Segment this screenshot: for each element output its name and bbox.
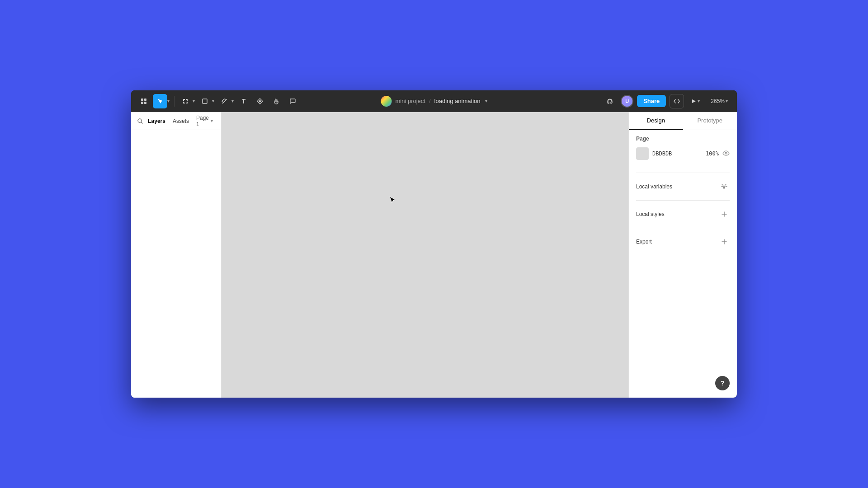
page-color-opacity[interactable]: 100% [706,150,719,157]
right-panel-content: Page DBDBDB 100% [629,130,737,257]
headphone-button[interactable] [603,94,617,108]
project-avatar [381,96,392,107]
tab-assets[interactable]: Assets [170,117,192,126]
zoom-level: 265% [711,98,725,104]
variables-icon [721,183,728,190]
select-dropdown-arrow[interactable]: ▾ [167,99,170,103]
play-icon [691,99,697,104]
export-add-button[interactable] [719,236,730,247]
hand-icon [273,98,279,104]
export-plus-icon [722,239,727,244]
toolbar-right: U Share ▾ 265% ▾ [603,94,731,108]
help-button[interactable]: ? [715,376,730,390]
local-variables-row: Local variables [636,177,730,197]
shape-dropdown-arrow[interactable]: ▾ [212,99,214,103]
right-panel: Design Prototype Page DBDBDB 100% [628,112,737,398]
project-separator: / [429,98,431,104]
left-panel: Layers Assets Page 1 ▾ [131,112,222,398]
svg-rect-11 [187,102,188,103]
page-color-row: DBDBDB 100% [636,145,730,162]
play-dropdown[interactable]: ▾ [698,99,700,103]
svg-point-14 [725,152,727,154]
layers-content [131,130,221,398]
page-section: Page DBDBDB 100% [636,136,730,162]
plus-icon [722,211,727,217]
svg-rect-1 [144,99,146,101]
frame-icon [182,98,189,104]
page-color-swatch[interactable] [636,147,649,160]
divider-2 [636,200,730,201]
frame-dropdown-arrow[interactable]: ▾ [193,99,195,103]
local-styles-add-button[interactable] [719,209,730,220]
local-styles-label: Local styles [636,211,665,217]
local-variables-action[interactable] [719,181,730,192]
tab-design[interactable]: Design [629,112,683,130]
app-window: ▾ ▾ [131,90,737,398]
svg-rect-10 [183,102,184,103]
text-icon: T [242,98,246,105]
zoom-button[interactable]: 265% ▾ [707,96,731,106]
pen-tool-button[interactable] [217,94,231,108]
code-button[interactable] [670,94,684,108]
canvas-cursor [389,196,396,206]
tab-layers[interactable]: Layers [145,117,168,126]
grid-icon [140,98,147,105]
main-menu-button[interactable] [137,94,151,108]
components-icon [257,98,263,104]
components-tool-button[interactable] [253,94,267,108]
page-selector-arrow: ▾ [211,118,213,123]
svg-rect-2 [141,102,143,104]
shape-tool-button[interactable] [198,94,212,108]
toolbar-divider-1 [174,96,175,107]
page-section-label: Page [636,136,730,142]
page-selector[interactable]: Page 1 ▾ [193,113,216,129]
select-icon [157,98,163,104]
play-button[interactable]: ▾ [688,97,703,106]
pen-dropdown-arrow[interactable]: ▾ [231,99,234,103]
svg-rect-0 [141,99,143,101]
comment-icon [289,98,296,104]
pen-icon [221,98,227,104]
shape-icon [202,98,208,104]
export-row: Export [636,232,730,252]
text-tool-button[interactable]: T [236,94,251,108]
frame-tool-button[interactable] [178,94,193,108]
project-name: mini project [396,98,425,104]
search-icon [137,118,143,124]
file-dropdown-arrow[interactable]: ▾ [485,99,487,103]
tab-prototype[interactable]: Prototype [683,112,737,130]
visibility-icon [722,150,730,156]
svg-rect-8 [183,99,184,101]
zoom-dropdown[interactable]: ▾ [726,99,728,103]
comment-tool-button[interactable] [285,94,300,108]
toolbar: ▾ ▾ [131,90,737,112]
select-tool-button[interactable] [153,94,167,108]
svg-rect-3 [144,102,146,104]
code-icon [674,98,680,104]
export-label: Export [636,239,652,245]
search-button[interactable] [137,116,143,127]
eye-icon[interactable] [722,150,730,157]
divider-3 [636,228,730,228]
hand-tool-button[interactable] [269,94,283,108]
page-color-hex[interactable]: DBDBDB [652,150,702,157]
svg-rect-12 [203,99,207,103]
page-selector-label: Page 1 [196,115,209,127]
user-avatar-button[interactable]: U [621,95,633,108]
file-name[interactable]: loading animation [434,98,481,104]
local-variables-label: Local variables [636,183,672,190]
panel-tabs: Layers Assets Page 1 ▾ [131,112,221,130]
local-styles-row: Local styles [636,204,730,224]
svg-rect-9 [187,99,188,101]
cursor-icon [389,196,396,205]
divider-1 [636,173,730,173]
share-button[interactable]: Share [637,95,666,107]
right-panel-tabs: Design Prototype [629,112,737,130]
toolbar-center: mini project / loading animation ▾ [381,96,487,107]
canvas-area[interactable] [222,112,628,398]
headphone-icon [606,98,613,105]
main-content: Layers Assets Page 1 ▾ Design Proto [131,112,737,398]
toolbar-left: ▾ ▾ [137,94,300,108]
